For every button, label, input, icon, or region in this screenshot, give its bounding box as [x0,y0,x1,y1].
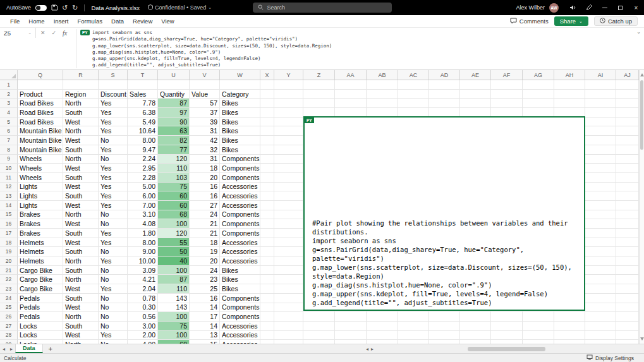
cell-X26[interactable] [260,312,274,322]
cell-U16[interactable]: 100 [158,219,190,229]
cell-V8[interactable]: 32 [190,145,220,155]
undo-icon[interactable]: ↺ [62,4,68,11]
cell-Q18[interactable]: Helmets [18,238,63,248]
cell-AB2[interactable] [367,90,398,99]
cell-W9[interactable]: Components [220,155,260,164]
cell-AJ4[interactable] [616,108,639,118]
cell-U9[interactable]: 120 [158,155,190,164]
cell-V15[interactable]: 24 [190,210,220,220]
column-header-W[interactable]: W [220,70,260,80]
cell-AJ16[interactable] [616,219,639,229]
restore-button[interactable] [612,0,628,15]
cell-AC28[interactable] [398,331,429,341]
cell-AD28[interactable] [429,331,460,341]
cell-T6[interactable]: 10.64 [128,126,158,136]
cell-V6[interactable]: 31 [190,126,220,136]
cell-AA28[interactable] [335,331,367,341]
cell-X17[interactable] [260,229,274,238]
vertical-scrollbar[interactable] [639,70,644,344]
cell-AF27[interactable] [491,322,523,331]
cell-W1[interactable] [220,80,260,90]
column-header-Z[interactable]: Z [303,70,335,80]
cell-S1[interactable] [99,80,128,90]
cell-S12[interactable]: Yes [99,183,128,192]
cell-AI10[interactable] [585,164,616,173]
cell-W12[interactable]: Accessories [220,183,260,192]
vertical-scroll-thumb[interactable] [640,80,643,150]
cell-AI19[interactable] [585,247,616,256]
cell-V12[interactable]: 16 [190,183,220,192]
cell-U25[interactable]: 143 [158,303,190,313]
cell-V16[interactable]: 21 [190,219,220,229]
column-header-AI[interactable]: AI [585,70,616,80]
document-title[interactable]: Data Analysis.xlsx [91,4,140,11]
cell-W7[interactable]: Bikes [220,136,260,145]
cell-U13[interactable]: 60 [158,191,190,201]
cell-AJ19[interactable] [616,247,639,256]
row-header-3[interactable]: 3 [0,99,18,108]
cell-R19[interactable]: South [63,247,99,256]
cell-R22[interactable]: North [63,275,99,284]
ribbon-tab-insert[interactable]: Insert [49,15,73,28]
cell-R13[interactable]: South [63,191,99,201]
cell-S3[interactable]: Yes [99,99,128,108]
cell-W15[interactable]: Components [220,210,260,220]
cell-AF3[interactable] [491,99,523,108]
cell-X25[interactable] [260,303,274,313]
row-header-7[interactable]: 7 [0,136,18,145]
cell-V7[interactable]: 42 [190,136,220,145]
cell-U24[interactable]: 143 [158,294,190,303]
row-header-24[interactable]: 24 [0,294,18,303]
column-header-Y[interactable]: Y [274,70,303,80]
row-header-18[interactable]: 18 [0,238,18,248]
row-header-20[interactable]: 20 [0,256,18,266]
cell-X13[interactable] [260,191,274,201]
cell-S21[interactable]: No [99,266,128,275]
cell-AE1[interactable] [460,80,491,90]
cell-T11[interactable]: 2.28 [128,173,158,183]
cell-Y19[interactable] [274,247,303,256]
cell-AI11[interactable] [585,173,616,183]
cell-Q20[interactable]: Helmets [18,256,63,266]
cell-Q27[interactable]: Locks [18,322,63,331]
cell-X18[interactable] [260,238,274,248]
cell-AD3[interactable] [429,99,460,108]
cell-U4[interactable]: 97 [158,108,190,118]
enter-icon[interactable]: ✓ [52,30,57,36]
pen-icon[interactable] [581,0,597,15]
cell-W25[interactable]: Components [220,303,260,313]
cell-X21[interactable] [260,266,274,275]
cell-U19[interactable]: 50 [158,247,190,256]
cell-T20[interactable]: 10.00 [128,256,158,266]
cell-U12[interactable]: 75 [158,183,190,192]
cell-Y16[interactable] [274,219,303,229]
cell-Z26[interactable] [303,312,335,322]
row-header-2[interactable]: 2 [0,90,18,99]
column-header-AA[interactable]: AA [335,70,367,80]
cell-T5[interactable]: 5.49 [128,118,158,127]
cell-V17[interactable]: 21 [190,229,220,238]
cell-X22[interactable] [260,275,274,284]
cell-Q6[interactable]: Mountain Bike [18,126,63,136]
cell-Z27[interactable] [303,322,335,331]
cell-X2[interactable] [260,90,274,99]
cell-T12[interactable]: 5.00 [128,183,158,192]
cell-S9[interactable]: No [99,155,128,164]
cell-R20[interactable]: North [63,256,99,266]
row-header-14[interactable]: 14 [0,201,18,210]
cell-AC26[interactable] [398,312,429,322]
cell-Y1[interactable] [274,80,303,90]
cell-Y26[interactable] [274,312,303,322]
cell-S23[interactable]: Yes [99,284,128,294]
column-header-R[interactable]: R [63,70,99,80]
cell-Q8[interactable]: Mountain Bike [18,145,63,155]
cell-W2[interactable]: Category [220,90,260,99]
cell-U28[interactable]: 100 [158,331,190,341]
cell-Y21[interactable] [274,266,303,275]
cell-AF2[interactable] [491,90,523,99]
close-button[interactable]: × [628,0,644,15]
cell-AJ12[interactable] [616,183,639,192]
cell-AI26[interactable] [585,312,616,322]
calculation-status[interactable]: Calculate [4,355,26,361]
cell-X1[interactable] [260,80,274,90]
